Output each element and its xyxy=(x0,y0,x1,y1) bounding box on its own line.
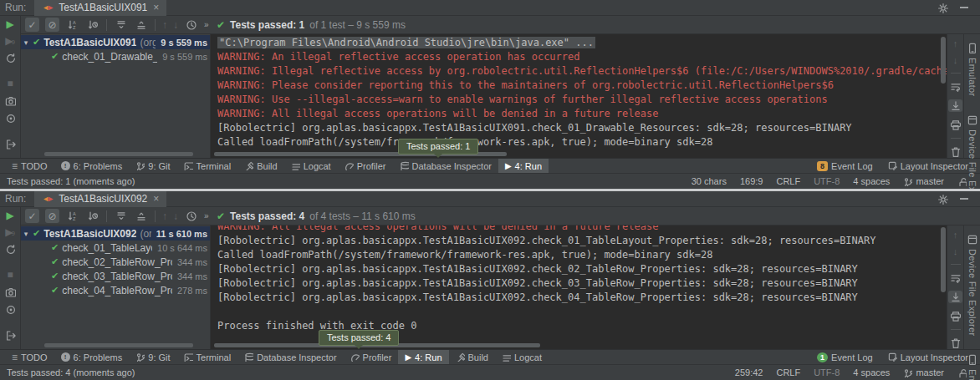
previous-failed-test-button[interactable]: ↑ xyxy=(162,20,167,30)
stop-button[interactable]: ■ xyxy=(7,270,13,280)
unlocked-padlock-icon[interactable] xyxy=(957,177,967,186)
show-passed-filter-button[interactable]: ✓ xyxy=(25,209,39,223)
scroll-to-end-button[interactable] xyxy=(948,291,962,303)
statusbar-item-terminal[interactable]: Terminal xyxy=(177,350,238,364)
statusbar-item-profiler[interactable]: Profiler xyxy=(344,350,399,364)
down-the-stack-trace-button[interactable]: ↓ xyxy=(953,247,958,256)
print-button[interactable] xyxy=(950,311,961,322)
clear-all-button[interactable] xyxy=(950,337,961,348)
tab-close-icon[interactable]: × xyxy=(153,2,159,13)
tool-window-button-device-file-explorer[interactable]: Device File Explorer xyxy=(967,234,977,336)
sort-by-duration-button[interactable] xyxy=(85,209,100,223)
tool-window-button-device-file-explorer[interactable]: Device File Explorer xyxy=(967,114,977,189)
show-passed-filter-button[interactable]: ✓ xyxy=(25,18,39,32)
next-failed-test-button[interactable]: ↓ xyxy=(173,211,178,221)
test-tree-row-check01[interactable]: ✔ check_01_TableLayout_Properties 10 s 6… xyxy=(21,241,210,255)
settings-gear-icon[interactable] xyxy=(937,3,948,13)
hide-tool-window-icon[interactable] xyxy=(960,198,968,200)
test-tree-row-check04[interactable]: ✔ check_04_TableRow_Properties 278 ms xyxy=(21,283,210,297)
tool-window-button-emulator[interactable]: Emulator xyxy=(967,354,977,380)
expand-all-button[interactable] xyxy=(114,209,128,223)
caret-position-indicator[interactable]: 169:9 xyxy=(740,176,763,186)
statusbar-item-problems[interactable]: !6: Problems xyxy=(54,350,130,364)
layout-inspector-button[interactable]: Layout Inspector xyxy=(888,161,968,171)
rerun-tests-button[interactable]: ▶ xyxy=(6,210,13,220)
statusbar-item-build[interactable]: Build xyxy=(237,159,283,173)
screenshot-button[interactable] xyxy=(5,95,16,106)
statusbar-item-logcat[interactable]: Logcat xyxy=(495,350,549,364)
restore-layout-button[interactable] xyxy=(5,330,16,341)
sort-alphabetically-button[interactable] xyxy=(65,18,79,32)
rerun-failed-tests-button[interactable]: ▶9 xyxy=(5,36,15,46)
statusbar-item-build[interactable]: Build xyxy=(449,350,495,364)
down-the-stack-trace-button[interactable]: ↓ xyxy=(953,56,958,65)
indent-indicator[interactable]: 4 spaces xyxy=(853,367,890,377)
statusbar-item-database-inspector[interactable]: Database Inspector xyxy=(237,350,343,364)
test-history-button[interactable] xyxy=(184,209,198,223)
statusbar-item-profiler[interactable]: Profiler xyxy=(338,159,393,173)
test-history-button[interactable] xyxy=(184,18,198,32)
toolbar-more-chevrons[interactable]: » xyxy=(204,212,209,220)
chevron-down-icon[interactable]: ▾ xyxy=(21,230,31,238)
statusbar-item-run[interactable]: ▶4: Run xyxy=(498,159,549,173)
statusbar-item-database-inspector[interactable]: Database Inspector xyxy=(393,159,498,173)
rerun-tests-button[interactable]: ▶ xyxy=(6,19,13,29)
stop-button[interactable]: ■ xyxy=(7,79,13,89)
statusbar-item-git[interactable]: 9: Git xyxy=(129,350,176,364)
statusbar-item-git[interactable]: 9: Git xyxy=(129,159,176,173)
encoding-indicator[interactable]: UTF-8 xyxy=(814,176,840,186)
line-ending-indicator[interactable]: CRLF xyxy=(776,176,800,186)
toolbar-more-chevrons[interactable]: » xyxy=(204,21,209,29)
show-ignored-filter-button[interactable]: ⊘ xyxy=(45,18,59,32)
event-log-button[interactable]: 8Event Log xyxy=(817,161,873,171)
statusbar-item-terminal[interactable]: Terminal xyxy=(177,159,238,173)
expand-all-button[interactable] xyxy=(114,18,128,32)
print-button[interactable] xyxy=(950,119,961,130)
toggle-auto-test-button[interactable] xyxy=(5,53,16,63)
sort-alphabetically-button[interactable] xyxy=(65,209,79,223)
encoding-indicator[interactable]: UTF-8 xyxy=(814,367,840,377)
line-ending-indicator[interactable]: CRLF xyxy=(776,367,800,377)
soft-wrap-button[interactable] xyxy=(950,81,961,92)
up-the-stack-trace-button[interactable]: ↑ xyxy=(953,39,958,48)
toggle-auto-test-button[interactable] xyxy=(5,244,16,255)
screenshot-button[interactable] xyxy=(5,286,16,297)
statusbar-item-run[interactable]: ▶4: Run xyxy=(398,350,448,364)
up-the-stack-trace-button[interactable]: ↑ xyxy=(953,231,958,240)
hide-tool-window-icon[interactable] xyxy=(960,7,968,8)
tab-testa1basicuix092[interactable]: ◄► TestA1BasicUIX092 × xyxy=(34,191,166,207)
soft-wrap-button[interactable] xyxy=(950,272,961,283)
unlocked-padlock-icon[interactable] xyxy=(957,368,967,377)
layout-inspector-button[interactable]: Layout Inspector xyxy=(888,352,968,362)
test-tree-root-row[interactable]: ▾ ✔ TestA1BasicUIX092 (org.aplas.basicap… xyxy=(21,226,210,241)
previous-failed-test-button[interactable]: ↑ xyxy=(162,211,167,221)
test-tree-row-check01[interactable]: ✔ check_01_Drawable_Resources 9 s 559 ms xyxy=(21,49,210,63)
screen-record-button[interactable] xyxy=(5,304,16,315)
show-ignored-filter-button[interactable]: ⊘ xyxy=(45,209,59,223)
scroll-to-end-button[interactable] xyxy=(948,99,962,112)
event-log-button[interactable]: 1Event Log xyxy=(817,352,873,362)
tab-close-icon[interactable]: × xyxy=(153,193,159,205)
next-failed-test-button[interactable]: ↓ xyxy=(173,20,178,30)
statusbar-item-problems[interactable]: !6: Problems xyxy=(54,159,130,173)
caret-position-indicator[interactable]: 259:42 xyxy=(735,367,763,377)
clear-all-button[interactable] xyxy=(950,146,961,157)
console-vertical-scrollbar[interactable] xyxy=(941,37,946,84)
git-branch-widget[interactable]: master xyxy=(903,367,944,377)
tab-testa1basicuix091[interactable]: ◄► TestA1BasicUIX091 × xyxy=(34,0,166,16)
collapse-all-button[interactable] xyxy=(134,209,148,223)
chevron-down-icon[interactable]: ▾ xyxy=(21,38,31,47)
test-tree-row-check03[interactable]: ✔ check_03_TableRow_Properties 344 ms xyxy=(21,269,210,283)
restore-layout-button[interactable] xyxy=(5,139,16,149)
sort-by-duration-button[interactable] xyxy=(85,18,100,32)
screen-record-button[interactable] xyxy=(5,113,16,124)
collapse-all-button[interactable] xyxy=(134,18,148,32)
console-vertical-scrollbar[interactable] xyxy=(941,227,946,292)
statusbar-item-todo[interactable]: ≡TODO xyxy=(5,350,54,364)
indent-indicator[interactable]: 4 spaces xyxy=(853,176,890,186)
test-tree-root-row[interactable]: ▾ ✔ TestA1BasicUIX091 (org.aplas.basicap… xyxy=(21,35,210,49)
rerun-failed-tests-button[interactable]: ▶9 xyxy=(5,227,15,237)
test-tree-row-check02[interactable]: ✔ check_02_TableRow_Properties 344 ms xyxy=(21,255,210,269)
tree-horizontal-scrollbar[interactable] xyxy=(44,343,193,347)
tool-window-button-emulator[interactable]: Emulator xyxy=(967,43,977,96)
